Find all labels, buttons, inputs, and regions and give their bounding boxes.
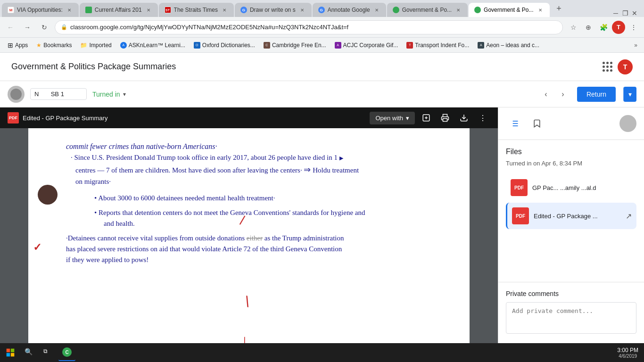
tab-close-gov1[interactable]: ✕ [454, 6, 462, 14]
tab-favicon-annotate: G [318, 7, 325, 13]
print-button[interactable] [438, 110, 453, 125]
bookmark-label-transport: Transport Indent Fo... [415, 42, 469, 49]
svg-rect-11 [7, 349, 10, 353]
folder-icon: 📁 [80, 42, 87, 49]
extensions-icon[interactable]: 🧩 [597, 21, 610, 34]
sidebar-list-icon[interactable] [506, 115, 523, 132]
zoom-icon[interactable]: ⊕ [582, 21, 595, 34]
doc-title: Edited - GP Package Summary [23, 115, 366, 122]
tab-draw[interactable]: G Draw or write on s ✕ [235, 3, 312, 17]
oxford-favicon: O [194, 42, 200, 49]
acjc-favicon: A [335, 42, 341, 49]
apps-icon[interactable] [601, 60, 614, 74]
file-name-1: GP Pac... ...amily ...al.d [532, 184, 632, 191]
user-profile-icon[interactable]: T [612, 21, 625, 34]
files-section: Files Turned in on Apr 6, 8:34 PM PDF GP… [498, 140, 644, 282]
hw-line-6: • Reports that detention centers do not … [66, 209, 446, 217]
pdf-icon-1: PDF [511, 179, 528, 196]
bookmark-apps[interactable]: ⊞ Apps [4, 41, 32, 50]
tab-gmail[interactable]: M VIA Opportunities: ✕ [2, 3, 79, 17]
tab-close-straits[interactable]: ✕ [221, 6, 228, 14]
right-sidebar: Files Turned in on Apr 6, 8:34 PM PDF GP… [498, 107, 644, 343]
nav-icon-group: ☆ ⊕ 🧩 T ⋮ [567, 21, 640, 34]
download-button[interactable] [456, 110, 471, 125]
taskbar-start[interactable] [2, 344, 19, 361]
bookmark-imported[interactable]: 📁 Imported [76, 41, 115, 49]
back-button[interactable]: ← [4, 21, 17, 34]
taskbar-search[interactable]: 🔍 [21, 344, 38, 361]
bookmark-label-cambridge: Cambridge Free En... [272, 42, 326, 49]
hw-line-9: has placed severe restrictions on aid th… [66, 245, 446, 253]
files-title: Files [506, 148, 636, 156]
tab-close-draw[interactable]: ✕ [298, 6, 306, 14]
chevron-down-icon: ▾ [123, 91, 126, 98]
open-with-button[interactable]: Open with ▾ [370, 112, 415, 124]
hw-line-1: commit fewer crimes than native-born Ame… [66, 142, 446, 151]
tab-favicon-gmail: M [8, 7, 14, 13]
sidebar-avatar [619, 115, 636, 132]
student-grade-text: SB 1 [51, 90, 64, 98]
bookmark-asknlearn[interactable]: A ASKnLearn™ Learni... [116, 41, 189, 49]
hw-line-5: • About 3000 to 6000 detainees needed me… [66, 194, 446, 202]
bookmark-label-bookmarks: Bookmarks [43, 42, 72, 49]
close-window-button[interactable]: ✕ [631, 9, 638, 17]
next-student-button[interactable]: › [556, 88, 570, 101]
address-bar[interactable]: 🔒 classroom.google.com/g/tg/NjcyMjYwODYy… [55, 20, 563, 34]
return-dropdown-button[interactable]: ▾ [623, 87, 636, 102]
new-tab-button[interactable]: + [553, 2, 566, 15]
bookmark-aeon[interactable]: A Aeon – ideas and c... [474, 41, 543, 49]
add-to-drive-button[interactable] [419, 110, 434, 125]
restore-button[interactable]: ❐ [621, 9, 629, 17]
tab-gov1[interactable]: Government & Po... ✕ [387, 3, 468, 17]
tab-close-annotate[interactable]: ✕ [373, 6, 380, 14]
task-view-icon: ⧉ [43, 348, 53, 357]
tab-label-gmail: VIA Opportunities: [17, 7, 63, 13]
url-text: classroom.google.com/g/tg/NjcyMjYwODYyNT… [70, 24, 348, 31]
forward-button[interactable]: → [21, 21, 34, 34]
tab-close-gmail[interactable]: ✕ [66, 6, 73, 14]
clock-date: 4/6/2019 [617, 354, 638, 359]
bookmark-label-asknlearn: ASKnLearn™ Learni... [129, 42, 185, 49]
tab-straits[interactable]: ST The Straits Times ✕ [159, 3, 234, 17]
bookmark-label-apps: Apps [15, 42, 28, 49]
bookmark-transport[interactable]: T Transport Indent Fo... [403, 41, 473, 49]
file-item-2[interactable]: PDF Edited - GP Package ... ↗ [506, 203, 636, 229]
minimize-button[interactable]: ─ [612, 9, 619, 17]
assignment-header: N SB 1 Turned in ▾ ‹ › Return ▾ [0, 81, 644, 107]
taskbar-browser[interactable]: C [58, 344, 75, 361]
tab-label-gov2: Government & Po... [484, 7, 533, 13]
hw-line-3: centres — 7 of them are children. Most h… [66, 165, 446, 175]
document-background: commit fewer crimes than native-born Ame… [0, 128, 498, 343]
taskbar-task-view[interactable]: ⧉ [40, 344, 57, 361]
bookmark-cambridge[interactable]: C Cambridge Free En... [260, 41, 330, 49]
bookmark-star-icon[interactable]: ☆ [567, 21, 580, 34]
tab-current-affairs[interactable]: Current Affairs 201 ✕ [80, 3, 158, 17]
prev-student-button[interactable]: ‹ [539, 88, 553, 101]
private-comment-input[interactable] [506, 302, 636, 334]
bookmark-acjc[interactable]: A ACJC Corporate Gif... [331, 41, 402, 49]
bookmarks-overflow[interactable]: » [631, 41, 640, 49]
more-options-button[interactable]: ⋮ [475, 110, 490, 125]
avatar[interactable]: T [618, 59, 633, 74]
pdf-icon-2: PDF [512, 207, 529, 224]
bookmark-bookmarks[interactable]: ★ Bookmarks [33, 41, 75, 49]
navigation-bar: ← → ↻ 🔒 classroom.google.com/g/tg/NjcyMj… [0, 17, 644, 38]
tab-close-gov2[interactable]: ✕ [537, 6, 544, 14]
tab-annotate[interactable]: G Annotate Google ✕ [313, 3, 386, 17]
tab-close-current-affairs[interactable]: ✕ [145, 6, 152, 14]
return-button[interactable]: Return [577, 87, 616, 102]
sidebar-bookmark-icon[interactable] [528, 115, 545, 132]
tab-label-draw: Draw or write on s [250, 7, 296, 13]
tab-gov2[interactable]: Government & Po... ✕ [469, 3, 549, 17]
menu-icon[interactable]: ⋮ [627, 21, 640, 34]
open-file-icon: ↗ [626, 212, 632, 221]
tab-favicon-google: G [240, 7, 247, 13]
refresh-button[interactable]: ↻ [38, 21, 51, 34]
file-item-1[interactable]: PDF GP Pac... ...amily ...al.d [506, 174, 636, 201]
pdf-icon: PDF [8, 112, 19, 123]
bookmark-oxford[interactable]: O Oxford Dictionaries... [190, 41, 259, 49]
tab-label-gov1: Government & Po... [402, 7, 452, 13]
window-controls: ─ ❐ ✕ [612, 9, 642, 17]
turned-in-badge[interactable]: Turned in ▾ [92, 90, 126, 98]
tab-favicon-classroom [85, 7, 92, 13]
